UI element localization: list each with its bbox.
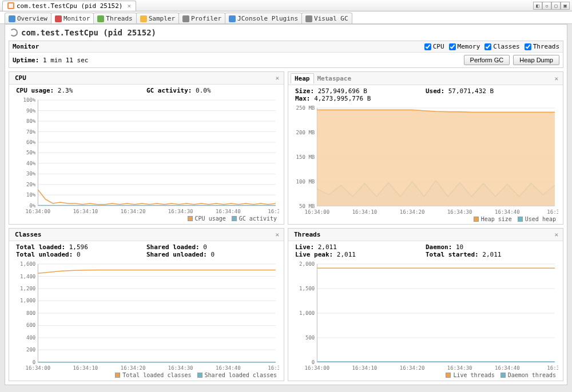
heap-max-label: Max: bbox=[295, 95, 311, 102]
metaspace-tab[interactable]: Metaspace bbox=[314, 74, 355, 83]
gc-activity-value: 0.0% bbox=[196, 87, 211, 94]
tab-threads[interactable]: Threads bbox=[93, 13, 136, 23]
svg-text:200 MB: 200 MB bbox=[296, 130, 315, 135]
monitor-checks: CPU Memory Classes Threads bbox=[424, 43, 559, 50]
shared-loaded-label: Shared loaded: bbox=[146, 243, 200, 251]
main-body: com.test.TestCpu (pid 25152) Monitor CPU… bbox=[5, 24, 567, 385]
heap-panel: Heap Metaspace ✕ Size: 257,949,696 B Use… bbox=[288, 71, 563, 225]
svg-text:50 MB: 50 MB bbox=[299, 203, 315, 209]
svg-text:16:34:30: 16:34:30 bbox=[447, 365, 472, 371]
monitor-label: Monitor bbox=[13, 43, 39, 50]
check-classes-box[interactable] bbox=[484, 43, 491, 50]
svg-text:1,000: 1,000 bbox=[299, 310, 315, 316]
svg-text:800: 800 bbox=[26, 310, 35, 316]
tab-monitor[interactable]: Monitor bbox=[51, 13, 94, 23]
svg-text:16:34:10: 16:34:10 bbox=[73, 209, 98, 214]
tab-label: Profiler bbox=[191, 15, 221, 22]
monitor-icon bbox=[55, 15, 62, 22]
svg-text:16:34:00: 16:34:00 bbox=[305, 365, 330, 371]
classes-title: Classes bbox=[11, 230, 45, 239]
tab-label: Overview bbox=[17, 15, 47, 22]
win-btn-4[interactable]: ▣ bbox=[561, 2, 570, 10]
svg-text:1,000: 1,000 bbox=[20, 298, 35, 303]
svg-text:16:34:20: 16:34:20 bbox=[400, 209, 425, 215]
tab-jconsole[interactable]: JConsole Plugins bbox=[225, 13, 302, 23]
check-cpu-box[interactable] bbox=[424, 43, 431, 50]
jconsole-icon bbox=[229, 15, 236, 22]
check-classes[interactable]: Classes bbox=[484, 43, 519, 50]
collapse-icon[interactable]: ✕ bbox=[273, 231, 281, 238]
tab-visualgc[interactable]: Visual GC bbox=[301, 13, 352, 23]
svg-text:400: 400 bbox=[26, 335, 35, 341]
tab-overview[interactable]: Overview bbox=[5, 13, 51, 23]
cpu-panel: CPU✕ CPU usage: 2.3% GC activity: 0.0% 0… bbox=[9, 71, 284, 225]
win-btn-1[interactable]: ◧ bbox=[533, 2, 542, 10]
check-threads[interactable]: Threads bbox=[525, 43, 559, 50]
peak-value: 2,011 bbox=[337, 251, 356, 258]
svg-text:16:34: 16:34 bbox=[268, 209, 279, 214]
svg-text:1,400: 1,400 bbox=[20, 274, 35, 279]
close-icon[interactable]: × bbox=[127, 2, 131, 10]
view-tabs: Overview Monitor Threads Sampler Profile… bbox=[0, 11, 572, 24]
svg-text:1,500: 1,500 bbox=[299, 286, 315, 291]
check-threads-box[interactable] bbox=[525, 43, 531, 50]
heap-tab[interactable]: Heap bbox=[291, 73, 314, 83]
app-tab[interactable]: com.test.TestCpu (pid 25152) × bbox=[2, 1, 136, 11]
sampler-icon bbox=[140, 15, 147, 22]
cpu-title: CPU bbox=[11, 73, 30, 83]
check-cpu[interactable]: CPU bbox=[424, 43, 444, 50]
refresh-icon[interactable] bbox=[10, 29, 18, 37]
total-loaded-value: 1,596 bbox=[69, 243, 88, 251]
monitor-header: Monitor CPU Memory Classes Threads Uptim… bbox=[9, 41, 563, 68]
svg-text:10%: 10% bbox=[26, 192, 36, 198]
heap-chart: 50 MB100 MB150 MB200 MB250 MB16:34:0016:… bbox=[293, 106, 558, 215]
page-title: com.test.TestCpu (pid 25152) bbox=[21, 28, 156, 37]
svg-text:600: 600 bbox=[26, 322, 35, 328]
svg-text:16:34:30: 16:34:30 bbox=[168, 365, 193, 371]
heap-dump-button[interactable]: Heap Dump bbox=[513, 55, 559, 65]
shared-loaded-value: 0 bbox=[203, 243, 207, 251]
tab-sampler[interactable]: Sampler bbox=[136, 13, 179, 23]
svg-text:2,000: 2,000 bbox=[299, 262, 315, 267]
svg-text:16:34:20: 16:34:20 bbox=[121, 365, 146, 371]
tab-profiler[interactable]: Profiler bbox=[178, 13, 225, 23]
tab-label: Visual GC bbox=[314, 15, 348, 22]
perform-gc-button[interactable]: Perform GC bbox=[464, 55, 510, 65]
heap-size-value: 257,949,696 B bbox=[318, 87, 367, 95]
page-title-bar: com.test.TestCpu (pid 25152) bbox=[5, 25, 567, 41]
svg-text:1,600: 1,600 bbox=[20, 262, 35, 267]
heap-size-label: Size: bbox=[295, 87, 314, 95]
classes-legend: Total loaded classes Shared loaded class… bbox=[11, 371, 281, 379]
win-btn-2[interactable]: ▫ bbox=[542, 2, 551, 10]
threads-title: Threads bbox=[291, 230, 324, 239]
svg-text:100 MB: 100 MB bbox=[296, 179, 315, 185]
svg-text:0: 0 bbox=[312, 359, 315, 365]
heap-used-value: 57,071,432 B bbox=[448, 87, 494, 95]
svg-text:0%: 0% bbox=[29, 203, 35, 209]
heap-used-label: Used: bbox=[426, 87, 444, 95]
window-tabbar: com.test.TestCpu (pid 25152) × ◧ ▫ ▢ ▣ bbox=[0, 0, 572, 11]
window-buttons: ◧ ▫ ▢ ▣ bbox=[533, 2, 570, 10]
heap-max-value: 4,273,995,776 B bbox=[314, 95, 371, 102]
collapse-icon[interactable]: ✕ bbox=[552, 75, 561, 82]
visualgc-icon bbox=[305, 15, 312, 22]
chart-grid: CPU✕ CPU usage: 2.3% GC activity: 0.0% 0… bbox=[5, 68, 567, 385]
heap-legend: Heap size Used heap bbox=[291, 215, 561, 223]
check-memory[interactable]: Memory bbox=[449, 43, 480, 50]
gc-activity-label: GC activity: bbox=[146, 87, 192, 94]
daemon-label: Daemon: bbox=[426, 243, 452, 251]
collapse-icon[interactable]: ✕ bbox=[552, 231, 561, 238]
svg-text:16:34: 16:34 bbox=[547, 365, 558, 371]
profiler-icon bbox=[182, 15, 189, 22]
svg-text:16:34:30: 16:34:30 bbox=[447, 209, 472, 215]
svg-text:500: 500 bbox=[305, 335, 315, 341]
total-loaded-label: Total loaded: bbox=[16, 243, 65, 251]
live-value: 2,011 bbox=[318, 243, 337, 251]
collapse-icon[interactable]: ✕ bbox=[273, 74, 281, 82]
svg-text:16:34:20: 16:34:20 bbox=[400, 365, 425, 371]
classes-chart: 02004006008001,0001,2001,4001,60016:34:0… bbox=[14, 262, 279, 371]
tab-label: Monitor bbox=[63, 15, 90, 22]
win-btn-3[interactable]: ▢ bbox=[551, 2, 561, 10]
check-memory-box[interactable] bbox=[449, 43, 456, 50]
cpu-chart: 0%10%20%30%40%50%60%70%80%90%100%16:34:0… bbox=[14, 98, 279, 215]
